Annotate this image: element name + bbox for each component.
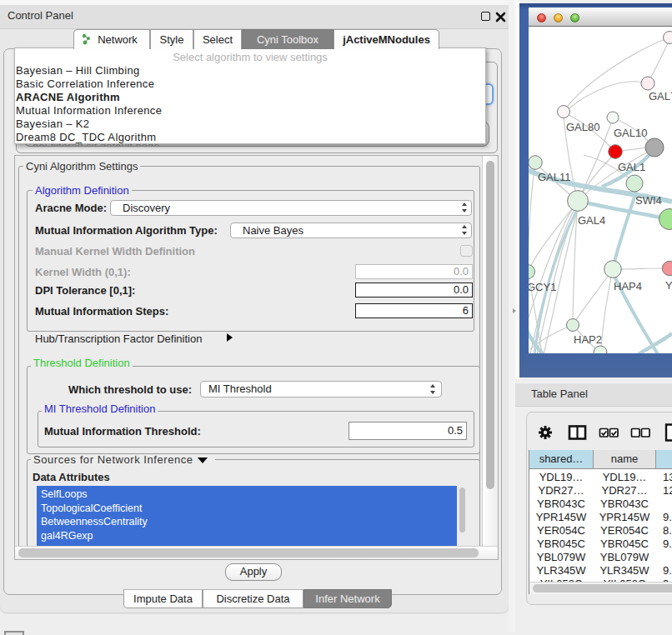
svg-text:GAL7: GAL7 [649, 90, 672, 102]
svg-text:GAL80: GAL80 [566, 121, 599, 133]
svg-text:GAL10: GAL10 [614, 127, 647, 139]
svg-text:GAL4: GAL4 [578, 214, 605, 227]
svg-text:GCY1: GCY1 [529, 281, 556, 293]
svg-text:HAP4: HAP4 [614, 280, 642, 292]
svg-text:GAL1: GAL1 [618, 161, 645, 173]
svg-text:HAP2: HAP2 [574, 333, 602, 346]
svg-text:YJL: YJL [665, 279, 672, 292]
svg-text:SWI4: SWI4 [635, 194, 662, 207]
svg-text:GAL11: GAL11 [538, 171, 571, 183]
